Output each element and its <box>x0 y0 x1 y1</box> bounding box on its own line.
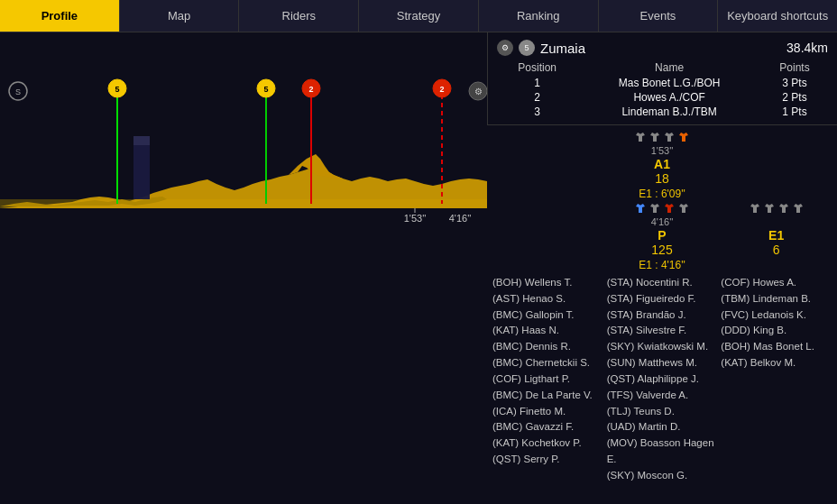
jersey-icon <box>634 202 647 215</box>
list-item: (BMC) Gavazzi F. <box>492 419 603 435</box>
list-item: (FVC) Ledanois K. <box>721 307 832 324</box>
jersey-icon <box>663 202 676 215</box>
jersey-icon <box>677 202 690 215</box>
list-item: (BMC) De La Parte V. <box>492 388 603 404</box>
nav-bar: Profile Map Riders Strategy Ranking Even… <box>0 0 837 32</box>
main-content: S 5 5 2 2 ⚙ 1'53'' 4'16'' <box>0 32 837 504</box>
sprint-icon: ⚙ <box>497 40 513 56</box>
group-name-p: P <box>658 228 666 243</box>
jerseys-p <box>634 202 690 215</box>
table-row: 3 Lindeman B.J./TBM 1 Pts <box>497 105 828 119</box>
svg-rect-0 <box>0 32 487 504</box>
jerseys-a1 <box>634 131 690 143</box>
list-item: (AST) Henao S. <box>492 291 603 307</box>
nav-item-keyboard[interactable]: Keyboard shortcuts <box>718 0 837 32</box>
list-item: (KAT) Kochetkov P. <box>492 435 603 452</box>
time-groups: 1'53'' A1 18 E1 : 6'09'' <box>487 125 837 202</box>
jersey-icon <box>634 131 647 143</box>
jersey-icon <box>648 131 661 143</box>
list-item: (BOH) Mas Bonet L. <box>721 339 832 355</box>
sprint-name: Zumaia <box>540 41 585 56</box>
col-name: Name <box>577 60 761 76</box>
list-item: (BMC) Dennis R. <box>492 339 603 355</box>
jersey-icon <box>792 202 805 215</box>
nav-item-map[interactable]: Map <box>120 0 240 32</box>
svg-text:4'16'': 4'16'' <box>449 213 472 224</box>
nav-item-profile[interactable]: Profile <box>0 0 120 32</box>
right-panel: ⚙ 5 Zumaia 38.4km Position Name Points 1 <box>487 32 837 504</box>
col-points: Points <box>761 60 828 76</box>
list-item: (ICA) Finetto M. <box>492 404 603 420</box>
groups-and-riders: 4'16'' P 125 E1 : 4'16'' <box>487 202 837 486</box>
jersey-icon <box>749 202 761 215</box>
svg-text:2: 2 <box>439 85 444 94</box>
riders-container: (BOH) Wellens T. (AST) Henao S. (BMC) Ga… <box>487 271 837 484</box>
group-name-a1: A1 <box>654 157 670 171</box>
svg-text:1'53'': 1'53'' <box>404 213 427 224</box>
svg-text:5: 5 <box>263 85 268 94</box>
three-groups: 4'16'' P 125 E1 : 4'16'' <box>487 202 837 271</box>
sprint-table: Position Name Points 1 Mas Bonet L.G./BO… <box>497 60 828 119</box>
svg-text:⚙: ⚙ <box>474 87 483 96</box>
list-item: (COF) Ligthart P. <box>492 371 603 388</box>
sprint-header: ⚙ 5 Zumaia 38.4km <box>497 40 828 56</box>
list-item: (QST) Alaphilippe J. <box>607 371 718 388</box>
sprint-number-icon: 5 <box>519 40 535 56</box>
riders-col-3: (COF) Howes A. (TBM) Lindeman B. (FVC) L… <box>721 275 832 484</box>
group-count-a1: 18 <box>655 171 669 186</box>
riders-col-1: (BOH) Wellens T. (AST) Henao S. (BMC) Ga… <box>492 275 607 484</box>
list-item: (QST) Serry P. <box>492 452 603 468</box>
profile-chart-area: S 5 5 2 2 ⚙ 1'53'' 4'16'' <box>0 32 487 504</box>
list-item: (STA) Nocentini R. <box>607 275 718 291</box>
profile-svg: S 5 5 2 2 ⚙ 1'53'' 4'16'' <box>0 32 487 504</box>
svg-text:S: S <box>15 87 21 96</box>
list-item: (STA) Silvestre F. <box>607 323 718 339</box>
svg-text:2: 2 <box>308 85 313 94</box>
list-item: (TBM) Lindeman B. <box>721 291 832 307</box>
group-name-e1: E1 <box>768 228 784 243</box>
nav-item-events[interactable]: Events <box>599 0 719 32</box>
list-item: (BMC) Chernetckii S. <box>492 355 603 371</box>
group-count-e1: 6 <box>773 243 780 257</box>
time-label-a1: 1'53'' <box>651 145 674 156</box>
sprint-box: ⚙ 5 Zumaia 38.4km Position Name Points 1 <box>487 32 837 124</box>
jersey-icon <box>663 131 676 143</box>
jersey-icon <box>763 202 776 215</box>
list-item: (SUN) Matthews M. <box>607 355 718 371</box>
groups-container: 4'16'' P 125 E1 : 4'16'' <box>487 202 837 484</box>
jersey-icon <box>677 131 690 143</box>
e-time-a1: E1 : 6'09'' <box>639 188 685 200</box>
nav-item-riders[interactable]: Riders <box>239 0 359 32</box>
group-p: 4'16'' P 125 E1 : 4'16'' <box>605 202 720 271</box>
table-row: 1 Mas Bonet L.G./BOH 3 Pts <box>497 76 828 90</box>
list-item: (BOH) Wellens T. <box>492 275 603 291</box>
sprint-distance: 38.4km <box>786 41 828 55</box>
sprint-title: ⚙ 5 Zumaia <box>497 40 585 56</box>
list-item: (STA) Figueiredo F. <box>607 291 718 307</box>
list-item: (KAT) Belkov M. <box>721 355 832 371</box>
nav-item-strategy[interactable]: Strategy <box>359 0 479 32</box>
list-item: (BMC) Gallopin T. <box>492 307 603 324</box>
jersey-icon <box>648 202 661 215</box>
list-item: (DDD) King B. <box>721 323 832 339</box>
col-position: Position <box>497 60 577 76</box>
list-item: (MOV) Boasson Hagen E. <box>607 435 718 468</box>
list-item: (UAD) Martin D. <box>607 419 718 435</box>
list-item: (TFS) Valverde A. <box>607 388 718 404</box>
jerseys-e1 <box>749 202 805 215</box>
group-count-p: 125 <box>651 243 672 257</box>
nav-item-ranking[interactable]: Ranking <box>479 0 599 32</box>
e-time-p: E1 : 4'16'' <box>639 259 685 271</box>
list-item: (SKY) Kwiatkowski M. <box>607 339 718 355</box>
group1-container <box>491 202 605 271</box>
list-item: (COF) Howes A. <box>721 275 832 291</box>
svg-text:5: 5 <box>115 85 119 94</box>
svg-rect-6 <box>133 136 150 145</box>
table-row: 2 Howes A./COF 2 Pts <box>497 90 828 105</box>
svg-rect-5 <box>133 136 150 199</box>
group-a1: 1'53'' A1 18 E1 : 6'09'' <box>491 131 833 200</box>
riders-col-2: (STA) Nocentini R. (STA) Figueiredo F. (… <box>607 275 722 484</box>
list-item: (TLJ) Teuns D. <box>607 404 718 420</box>
list-item: (SKY) Moscon G. <box>607 468 718 484</box>
time-label-p: 4'16'' <box>651 216 674 227</box>
